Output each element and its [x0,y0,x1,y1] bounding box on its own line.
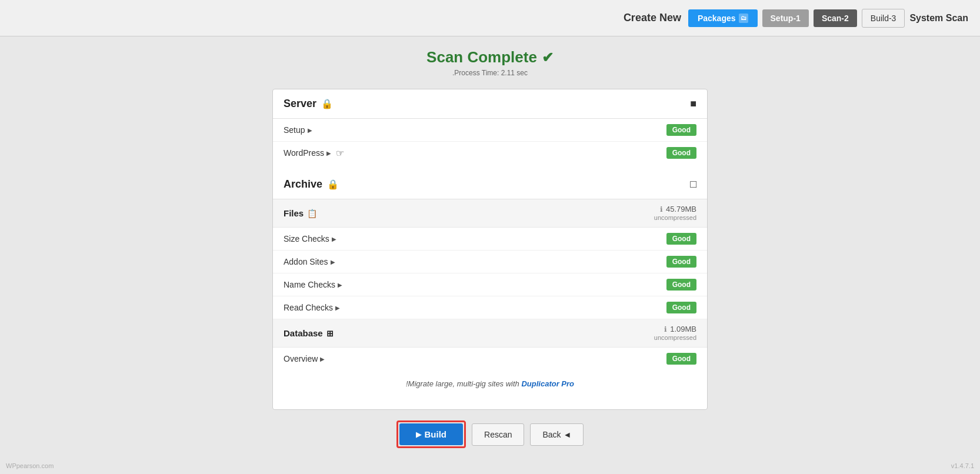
server-title-text: Server [284,98,316,110]
archive-section-header: Archive 🔒 □ [273,170,707,199]
files-copy-icon: 📋 [307,209,317,218]
overview-badge: Good [666,353,696,365]
server-wordpress-row[interactable]: WordPress ▶ ☞ Good [273,142,707,164]
files-size-info: ℹ 45.79MB uncompressed [654,205,696,222]
build-label: Build [425,429,447,439]
process-time: .Process Time: 2.11 sec [426,69,554,77]
overview-row[interactable]: Overview ▶ Good [273,348,707,370]
server-wordpress-label: WordPress ▶ ☞ [284,148,344,159]
archive-lock-icon: 🔒 [327,179,339,190]
setup-step-button[interactable]: Setup-1 [762,9,809,27]
addon-sites-row[interactable]: Addon Sites ▶ Good [273,251,707,273]
main-content: Scan Complete ✔ .Process Time: 2.11 sec … [0,36,980,460]
addon-sites-badge: Good [666,256,696,268]
server-setup-row[interactable]: Setup ▶ Good [273,119,707,142]
server-section-header: Server 🔒 ■ [273,89,707,119]
scan-complete-title: Scan Complete ✔ [426,48,554,66]
name-checks-arrow: ▶ [338,282,342,288]
server-setup-label: Setup ▶ [284,125,312,135]
packages-button[interactable]: Packages 🗂 [688,9,758,27]
back-button[interactable]: Back ◄ [530,423,584,446]
read-checks-arrow: ▶ [335,305,340,311]
database-subsection-header: Database ⊞ ℹ 1.09MB uncompressed [273,319,707,348]
build-play-icon: ▶ [416,430,421,439]
back-arrow-icon: ◄ [564,430,572,439]
top-bar: Create New Packages 🗂 Setup-1 Scan-2 Bui… [0,0,980,36]
checkmark-icon: ✔ [542,49,554,66]
packages-label: Packages [698,14,736,23]
server-rows: Setup ▶ Good WordPress ▶ ☞ Good [273,119,707,164]
server-lock-icon: 🔒 [321,98,333,109]
footer-left: WPpearson.com [6,462,54,469]
name-checks-badge: Good [666,279,696,291]
files-text: Files [284,208,304,218]
migrate-promo: !Migrate large, multi-gig sites with Dup… [273,370,707,398]
database-label: Database ⊞ [284,328,334,338]
size-checks-row[interactable]: Size Checks ▶ Good [273,228,707,251]
overview-arrow: ▶ [320,356,325,362]
system-scan-label: System Scan [909,13,968,24]
setup-arrow-icon: ▶ [308,127,312,133]
read-checks-row[interactable]: Read Checks ▶ Good [273,296,707,319]
scan-complete-header: Scan Complete ✔ .Process Time: 2.11 sec [426,48,554,77]
cursor-icon: ☞ [336,148,344,159]
create-new-label: Create New [624,12,681,24]
scan-complete-text: Scan Complete [426,48,537,66]
scan-panel: Server 🔒 ■ Setup ▶ Good WordPress ▶ ☞ Go… [272,89,708,410]
database-text: Database [284,328,323,338]
addon-sites-label: Addon Sites ▶ [284,257,335,266]
size-checks-badge: Good [666,233,696,245]
overview-label: Overview ▶ [284,354,325,363]
read-checks-label: Read Checks ▶ [284,303,340,312]
database-info-icon: ℹ [664,325,667,333]
archive-section-title: Archive 🔒 [284,178,339,191]
build-button-wrapper: ▶ Build [396,420,466,448]
archive-section: Archive 🔒 □ Files 📋 ℹ 45.79MB uncompress… [273,170,707,370]
footer-right: v1.4.7.1 [951,462,974,469]
size-checks-arrow: ▶ [332,236,336,242]
archive-collapse-icon[interactable]: □ [690,178,696,191]
rescan-button[interactable]: Rescan [472,423,524,446]
back-label: Back [542,430,561,439]
files-size-sub: uncompressed [654,214,696,221]
build-button[interactable]: ▶ Build [399,423,464,445]
server-collapse-icon[interactable]: ■ [690,98,696,110]
database-grid-icon: ⊞ [326,329,334,338]
name-checks-row[interactable]: Name Checks ▶ Good [273,273,707,296]
addon-sites-arrow: ▶ [331,259,335,265]
files-subsection-header: Files 📋 ℹ 45.79MB uncompressed [273,199,707,228]
files-label: Files 📋 [284,208,317,218]
server-wordpress-badge: Good [666,147,696,159]
footer-right-text: v1.4.7.1 [951,462,974,469]
server-setup-badge: Good [666,124,696,136]
build-step-button[interactable]: Build-3 [862,9,905,28]
files-size: 45.79MB [666,205,696,213]
server-section-title: Server 🔒 [284,98,333,110]
footer-left-text: WPpearson.com [6,462,54,469]
archive-title-text: Archive [284,178,322,191]
database-size-sub: uncompressed [654,334,696,341]
wordpress-arrow-icon: ▶ [326,150,331,156]
size-checks-label: Size Checks ▶ [284,234,336,243]
read-checks-badge: Good [666,302,696,313]
migrate-text: !Migrate large, multi-gig sites with [406,379,522,388]
files-info-icon: ℹ [660,205,663,213]
scan-step-button[interactable]: Scan-2 [814,9,857,27]
duplicator-pro-link[interactable]: Duplicator Pro [521,379,574,388]
bottom-actions: ▶ Build Rescan Back ◄ [396,420,584,448]
packages-icon: 🗂 [739,14,748,23]
name-checks-label: Name Checks ▶ [284,280,342,289]
database-size-info: ℹ 1.09MB uncompressed [654,325,696,342]
database-size: 1.09MB [670,325,696,333]
